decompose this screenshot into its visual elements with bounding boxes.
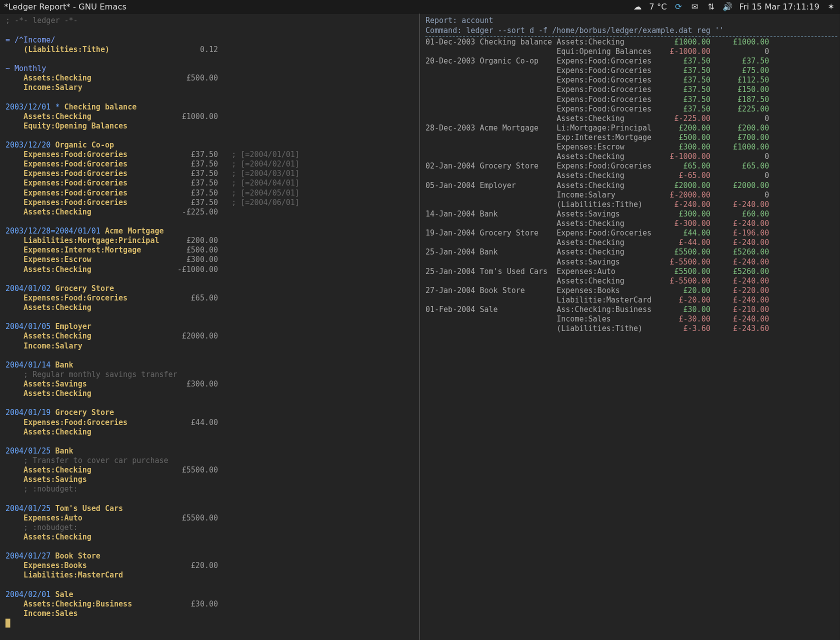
- network-icon[interactable]: ⇅: [706, 2, 716, 12]
- tray-area: ☁ 7 °C ⟳ ✉ ⇅ 🔊 Fri 15 Mar 17:11:19 ✶: [633, 2, 836, 12]
- window-title: *Ledger Report* - GNU Emacs: [4, 2, 126, 12]
- ledger-source-buffer[interactable]: ; -*- ledger -*- = /^Income/ (Liabilitie…: [0, 14, 420, 628]
- weather-icon: ☁: [633, 2, 642, 12]
- mail-icon[interactable]: ✉: [690, 2, 700, 12]
- volume-icon[interactable]: 🔊: [723, 2, 732, 12]
- ledger-report-buffer[interactable]: Report: account Command: ledger --sort d…: [420, 14, 840, 334]
- right-window[interactable]: Report: account Command: ledger --sort d…: [420, 14, 840, 640]
- titlebar: *Ledger Report* - GNU Emacs ☁ 7 °C ⟳ ✉ ⇅…: [0, 0, 840, 14]
- refresh-icon[interactable]: ⟳: [674, 2, 683, 12]
- settings-gear-icon[interactable]: ✶: [826, 2, 836, 12]
- weather-text: 7 °C: [649, 2, 666, 12]
- left-window[interactable]: ; -*- ledger -*- = /^Income/ (Liabilitie…: [0, 14, 420, 640]
- emacs-frame: ; -*- ledger -*- = /^Income/ (Liabilitie…: [0, 14, 840, 640]
- clock-text: Fri 15 Mar 17:11:19: [739, 2, 820, 12]
